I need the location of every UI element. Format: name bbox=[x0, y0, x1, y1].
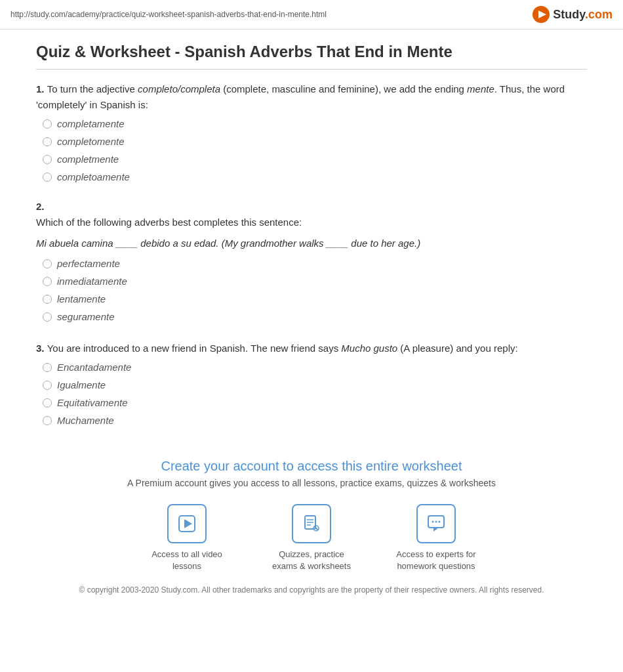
play-icon bbox=[178, 515, 195, 532]
q1-radio-2[interactable] bbox=[43, 137, 52, 146]
q1-italic1: completo/completa bbox=[138, 83, 220, 94]
q1-radio-1[interactable] bbox=[43, 119, 52, 129]
q2-radio-2[interactable] bbox=[43, 277, 52, 286]
q3-option-3-label: Equitativamente bbox=[57, 397, 128, 408]
svg-marker-3 bbox=[184, 519, 192, 528]
q3-radio-4[interactable] bbox=[43, 416, 52, 425]
footer-text: © copyright 2003-2020 Study.com. All oth… bbox=[36, 585, 587, 595]
q2-radio-4[interactable] bbox=[43, 312, 52, 322]
q2-sentence-italic: Mi abuela camina ____ debido a su edad. bbox=[36, 238, 219, 249]
study-logo-icon bbox=[532, 5, 550, 24]
q1-option-3[interactable]: completmente bbox=[43, 154, 587, 165]
cta-title: Create your account to access this entir… bbox=[36, 459, 587, 474]
feature-label-1: Access to all video lessons bbox=[141, 549, 233, 572]
feature-icon-3 bbox=[416, 504, 456, 543]
question-1-text: 1. To turn the adjective completo/comple… bbox=[36, 81, 587, 113]
q2-radio-3[interactable] bbox=[43, 295, 52, 304]
q2-radio-1[interactable] bbox=[43, 259, 52, 268]
feature-icon-1 bbox=[167, 504, 207, 543]
question-3-options: Encantadamente Igualmente Equitativament… bbox=[43, 362, 587, 426]
q1-option-4-label: completoamente bbox=[57, 171, 130, 182]
feature-item-3: Access to experts for homework questions bbox=[390, 504, 482, 572]
feature-icon-2 bbox=[292, 504, 331, 543]
q2-option-1[interactable]: perfectamente bbox=[43, 258, 587, 269]
q2-option-1-label: perfectamente bbox=[57, 258, 120, 269]
q1-option-3-label: completmente bbox=[57, 154, 119, 165]
svg-point-13 bbox=[435, 521, 437, 523]
main-content: Quiz & Worksheet - Spanish Adverbs That … bbox=[16, 30, 607, 621]
feature-item-1: Access to all video lessons bbox=[141, 504, 233, 572]
svg-point-14 bbox=[439, 521, 441, 523]
q1-option-2[interactable]: completomente bbox=[43, 136, 587, 147]
q3-option-4[interactable]: Muchamente bbox=[43, 415, 587, 426]
q2-option-4[interactable]: seguramente bbox=[43, 311, 587, 322]
q3-option-1[interactable]: Encantadamente bbox=[43, 362, 587, 373]
question-1-options: completamente completomente completmente… bbox=[43, 118, 587, 182]
q1-option-1[interactable]: completamente bbox=[43, 118, 587, 129]
q1-option-4[interactable]: completoamente bbox=[43, 171, 587, 182]
question-1: 1. To turn the adjective completo/comple… bbox=[36, 81, 587, 182]
q1-option-2-label: completomente bbox=[57, 136, 125, 147]
q3-option-4-label: Muchamente bbox=[57, 415, 114, 426]
q1-radio-4[interactable] bbox=[43, 173, 52, 182]
q2-option-4-label: seguramente bbox=[57, 311, 115, 322]
question-1-number: 1. bbox=[36, 83, 47, 94]
feature-label-3: Access to experts for homework questions bbox=[390, 549, 482, 572]
q1-option-1-label: completamente bbox=[57, 118, 125, 129]
page-title: Quiz & Worksheet - Spanish Adverbs That … bbox=[36, 43, 587, 70]
quiz-icon bbox=[302, 514, 321, 533]
q3-radio-3[interactable] bbox=[43, 398, 52, 408]
q3-option-2[interactable]: Igualmente bbox=[43, 379, 587, 390]
features-row: Access to all video lessons bbox=[36, 504, 587, 572]
q3-option-2-label: Igualmente bbox=[57, 379, 106, 390]
chat-icon bbox=[427, 514, 445, 533]
question-2: 2. Which of the following adverbs best c… bbox=[36, 201, 587, 322]
feature-item-2: Quizzes, practice exams & worksheets bbox=[266, 504, 357, 572]
cta-section: Create your account to access this entir… bbox=[36, 446, 587, 595]
q3-radio-2[interactable] bbox=[43, 381, 52, 390]
cta-subtitle: A Premium account gives you access to al… bbox=[36, 478, 587, 488]
question-3-number: 3. bbox=[36, 343, 47, 354]
question-2-number: 2. bbox=[36, 201, 587, 212]
question-2-sentence: Mi abuela camina ____ debido a su edad. … bbox=[36, 236, 587, 251]
q2-option-3[interactable]: lentamente bbox=[43, 293, 587, 304]
logo-area: Study.com bbox=[532, 5, 613, 24]
q3-option-1-label: Encantadamente bbox=[57, 362, 131, 373]
q3-option-3[interactable]: Equitativamente bbox=[43, 397, 587, 408]
q3-radio-1[interactable] bbox=[43, 363, 52, 372]
question-2-text: Which of the following adverbs best comp… bbox=[36, 215, 587, 230]
feature-label-2: Quizzes, practice exams & worksheets bbox=[266, 549, 357, 572]
question-3-text: 3. You are introduced to a new friend in… bbox=[36, 341, 587, 356]
q2-option-2-label: inmediatamente bbox=[57, 276, 127, 287]
question-3: 3. You are introduced to a new friend in… bbox=[36, 341, 587, 426]
url-bar: http://study.com/academy/practice/quiz-w… bbox=[10, 10, 327, 19]
q2-option-2[interactable]: inmediatamente bbox=[43, 276, 587, 287]
top-bar: http://study.com/academy/practice/quiz-w… bbox=[0, 0, 623, 30]
q2-option-3-label: lentamente bbox=[57, 293, 106, 304]
svg-point-12 bbox=[432, 521, 434, 523]
q1-italic2: mente bbox=[467, 83, 494, 94]
q1-radio-3[interactable] bbox=[43, 155, 52, 164]
question-2-options: perfectamente inmediatamente lentamente … bbox=[43, 258, 587, 322]
logo-text: Study.com bbox=[553, 8, 613, 22]
q3-italic1: Mucho gusto bbox=[341, 343, 397, 354]
